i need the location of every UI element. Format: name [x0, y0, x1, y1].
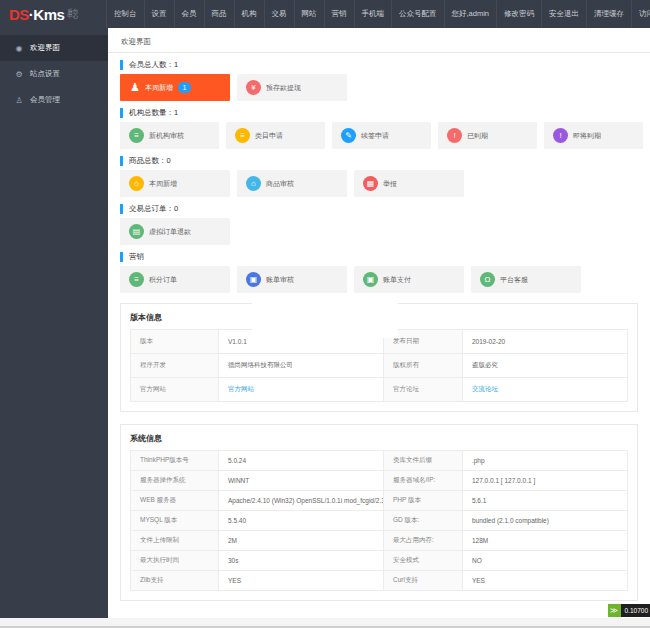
stat-button[interactable]: ▣账单审核 [237, 266, 347, 293]
count-badge: 1 [178, 82, 191, 93]
bag-icon: ⌂ [129, 176, 144, 191]
table-value-cell: 128M [462, 531, 627, 551]
table-row: ThinkPHP版本号5.0.24类库文件后缀.php [131, 451, 628, 471]
nav-item[interactable]: 营销 [324, 0, 354, 28]
nav-item[interactable]: 商品 [204, 0, 234, 28]
stat-button-label: 商品审核 [266, 179, 294, 189]
nav-item[interactable]: 设置 [144, 0, 174, 28]
table-value-cell: 5.0.24 [218, 451, 383, 471]
member-icon: ♙ [14, 96, 24, 105]
nav-item[interactable]: 会员 [174, 0, 204, 28]
list-icon: ≡ [235, 128, 250, 143]
table-link[interactable]: 官方网站 [228, 385, 254, 392]
table-row: MYSQL 版本5.5.40GD 版本:bundled (2.1.0 compa… [131, 511, 628, 531]
stat-button-label: 已到期 [467, 131, 488, 141]
stat-button-label: 账单支付 [383, 275, 411, 285]
user-menu-item[interactable]: 访问首页 [631, 0, 650, 28]
stat-button[interactable]: ≡新机构审核 [120, 122, 219, 149]
logo-ds: DS [9, 6, 29, 23]
dashboard-icon: ◉ [14, 44, 24, 53]
table-value-cell: YES [462, 571, 627, 591]
main-nav-menu: 控制台设置会员商品机构交易网站营销手机端公众号配置 [106, 0, 444, 28]
alert-icon: ! [553, 128, 568, 143]
user-nav-menu: 您好,admin修改密码安全退出清理缓存访问首页 [444, 0, 650, 28]
table-label-cell: MYSQL 版本 [131, 511, 219, 531]
stat-button-label: 本周新增 [145, 83, 173, 93]
table-label-cell: 官方论坛 [384, 378, 463, 402]
table-label-cell: 类库文件后缀 [384, 451, 463, 471]
stat-button-label: 即将到期 [573, 131, 601, 141]
stat-button[interactable]: !即将到期 [544, 122, 643, 149]
section-title: 机构总数量：1 [120, 108, 638, 118]
stat-button[interactable]: ¥预存款提现 [237, 74, 347, 101]
stat-button-label: 类目申请 [255, 131, 283, 141]
stat-button[interactable]: ✎续签申请 [332, 122, 431, 149]
table-label-cell: WEB 服务器 [131, 491, 219, 511]
stat-button[interactable]: ▦举报 [354, 170, 464, 197]
table-value-cell: NO [462, 551, 627, 571]
nav-item[interactable]: 网站 [294, 0, 324, 28]
nav-item[interactable]: 机构 [234, 0, 264, 28]
stat-button[interactable]: ▣账单支付 [354, 266, 464, 293]
table-label-cell: 服务器域名/IP: [384, 471, 463, 491]
nav-item[interactable]: 控制台 [106, 0, 144, 28]
table-label-cell: 版权所有 [384, 354, 463, 378]
stat-button[interactable]: Ω平台客服 [471, 266, 581, 293]
sidebar-item-label: 站点设置 [30, 69, 60, 79]
gear-icon: ⚙ [14, 70, 24, 79]
system-card-title: 系统信息 [130, 433, 628, 444]
stat-button-label: 积分订单 [149, 275, 177, 285]
table-value-cell: YES [218, 571, 383, 591]
sidebar-item-site-settings[interactable]: ⚙站点设置 [0, 61, 108, 87]
stat-button-label: 新机构审核 [149, 131, 184, 141]
thinkphp-icon: ≫ [608, 604, 621, 617]
logo-subtitle: 后台中心 [67, 9, 78, 20]
sidebar-item-welcome[interactable]: ◉欢迎界面 [0, 35, 108, 61]
table-label-cell: 文件上传限制 [131, 531, 219, 551]
stat-button[interactable]: ≡类目申请 [226, 122, 325, 149]
nav-item[interactable]: 公众号配置 [391, 0, 444, 28]
table-value-cell: 官方网站 [218, 378, 383, 402]
stat-button[interactable]: ⌂本周新增 [120, 170, 230, 197]
sidebar: ◉欢迎界面⚙站点设置♙会员管理 [0, 28, 108, 618]
runtime-value: 0.10700 [621, 604, 650, 617]
user-menu-item[interactable]: 清理缓存 [586, 0, 631, 28]
stat-button[interactable]: ♟本周新增1 [120, 74, 230, 101]
user-menu-item[interactable]: 您好,admin [444, 0, 497, 28]
table-label-cell: 程序开发 [131, 354, 219, 378]
user-menu-item[interactable]: 修改密码 [496, 0, 541, 28]
section-title: 交易总订单：0 [120, 204, 638, 214]
table-value-cell: 127.0.0.1 [ 127.0.0.1 ] [462, 471, 627, 491]
stat-button-label: 续签申请 [361, 131, 389, 141]
top-navbar: DS·Kms 后台中心 控制台设置会员商品机构交易网站营销手机端公众号配置 您好… [0, 0, 650, 28]
app-logo[interactable]: DS·Kms 后台中心 [0, 6, 106, 23]
stat-button[interactable]: !已到期 [438, 122, 537, 149]
user-menu-item[interactable]: 安全退出 [541, 0, 586, 28]
table-label-cell: ThinkPHP版本号 [131, 451, 219, 471]
nav-item[interactable]: 手机端 [354, 0, 392, 28]
sidebar-item-member-management[interactable]: ♙会员管理 [0, 87, 108, 113]
table-row: Zlib支持YESCurl支持YES [131, 571, 628, 591]
section-title: 会员总人数：1 [120, 60, 638, 70]
stat-button[interactable]: ▤虚拟订单退款 [120, 218, 230, 245]
nav-item[interactable]: 交易 [264, 0, 294, 28]
table-label-cell: 服务器操作系统 [131, 471, 219, 491]
stat-button[interactable]: ≡积分订单 [120, 266, 230, 293]
logo-subtitle-line2: 中心 [67, 14, 78, 20]
stat-button-row: ≡新机构审核≡类目申请✎续签申请!已到期!即将到期 [120, 122, 638, 149]
table-label-cell: 最大占用内存: [384, 531, 463, 551]
runtime-badge[interactable]: ≫ 0.10700 [608, 604, 650, 617]
table-label-cell: 最大执行时间 [131, 551, 219, 571]
stat-button[interactable]: ⌂商品审核 [237, 170, 347, 197]
table-row: 文件上传限制2M最大占用内存:128M [131, 531, 628, 551]
stat-button-label: 举报 [383, 179, 397, 189]
table-value-cell: 30s [218, 551, 383, 571]
pencil-icon: ✎ [341, 128, 356, 143]
table-value-cell: 德尚网络科技有限公司 [218, 354, 383, 378]
table-value-cell: Apache/2.4.10 (Win32) OpenSSL/1.0.1i mod… [218, 491, 383, 511]
table-value-cell: bundled (2.1.0 compatible) [462, 511, 627, 531]
table-value-cell: 5.5.40 [218, 511, 383, 531]
table-link[interactable]: 交流论坛 [472, 385, 498, 392]
sidebar-item-label: 欢迎界面 [30, 43, 60, 53]
table-label-cell: PHP 版本 [384, 491, 463, 511]
